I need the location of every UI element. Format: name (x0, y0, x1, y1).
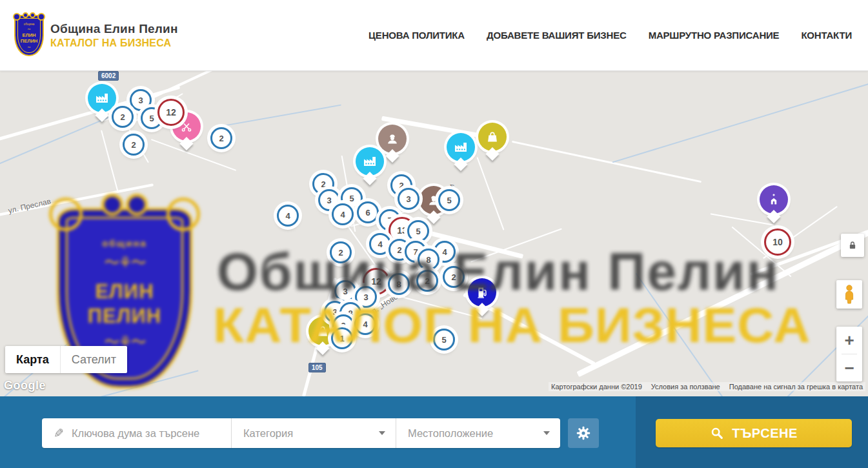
cluster-marker[interactable]: 3 (398, 188, 419, 210)
stream-line (98, 370, 198, 396)
zoom-out-button[interactable]: − (836, 354, 862, 382)
stream-line (214, 105, 341, 128)
location-label: Местоположение (408, 427, 493, 440)
stream-line (612, 83, 868, 163)
map-type-control: Карта Сателит (5, 346, 127, 373)
factory-icon (94, 90, 110, 106)
street-label: ул. Преслав (7, 197, 52, 216)
cluster-marker[interactable]: 2 (416, 270, 438, 292)
cluster-marker[interactable]: 4 (332, 203, 354, 225)
search-bar: ✎ Категория Местоположение (0, 396, 868, 468)
road-line (576, 230, 868, 376)
brand[interactable]: община ∾ ЕЛИН ПЕЛИН ∾ Община Елин Пелин … (14, 15, 178, 56)
cluster-marker[interactable]: 2 (123, 134, 145, 156)
keyword-field[interactable]: ✎ (42, 418, 231, 448)
map-type-map-button[interactable]: Карта (5, 346, 60, 373)
church-pin-marker[interactable] (760, 185, 788, 214)
header: община ∾ ЕЛИН ПЕЛИН ∾ Община Елин Пелин … (0, 0, 868, 71)
pegman-icon (842, 284, 857, 305)
cluster-marker[interactable]: 4 (369, 233, 391, 255)
factory-icon (453, 139, 469, 155)
cluster-marker[interactable]: 5 (407, 220, 429, 242)
category-dropdown[interactable]: Категория (231, 418, 396, 448)
cluster-marker[interactable]: 6 (357, 201, 379, 223)
cluster-marker[interactable]: 8 (418, 249, 439, 270)
cluster-marker[interactable]: 2 (330, 241, 352, 263)
fuel-icon (474, 285, 490, 300)
cluster-marker[interactable]: 4 (354, 313, 376, 335)
cluster-marker[interactable]: 4 (277, 205, 299, 227)
road-number-badge: 6002 (98, 71, 119, 81)
chevron-down-icon (379, 431, 385, 435)
nav-add-your-business[interactable]: ДОБАВЕТЕ ВАШИЯТ БИЗНЕС (487, 30, 627, 41)
brand-text: Община Елин Пелин КАТАЛОГ НА БИЗНЕСА (50, 22, 178, 49)
factory-pin-marker[interactable] (356, 147, 384, 176)
keyword-input[interactable] (72, 427, 222, 440)
nav-contacts[interactable]: КОНТАКТИ (801, 30, 852, 41)
cluster-marker[interactable]: 10 (764, 229, 791, 256)
category-label: Категория (243, 427, 293, 440)
watermark-crest-name: ЕЛИН ПЕЛИН (88, 280, 161, 327)
map[interactable]: ул. Преславбул. „Новоселци6002105 325122… (0, 71, 868, 396)
cluster-marker[interactable]: 1 (331, 327, 353, 349)
cluster-marker[interactable]: 12 (157, 99, 185, 126)
nav-route-schedule[interactable]: МАРШРУТНО РАЗПИСАНИЕ (649, 30, 780, 41)
advanced-settings-button[interactable] (568, 418, 599, 448)
zoom-in-button[interactable]: + (836, 327, 862, 354)
cluster-marker[interactable]: 2 (443, 266, 465, 288)
fuel-pin-marker[interactable] (468, 278, 496, 307)
business-catalog-app: община ∾ ЕЛИН ПЕЛИН ∾ Община Елин Пелин … (0, 0, 868, 468)
church-icon (766, 192, 782, 207)
search-button[interactable]: ТЪРСЕНЕ (656, 419, 852, 447)
road-line (477, 157, 505, 230)
lock-button[interactable] (841, 234, 864, 257)
factory-pin-marker[interactable] (88, 84, 116, 112)
map-attribution: Картографски данни ©2019 Условия за полз… (549, 382, 865, 391)
search-button-label: ТЪРСЕНЕ (732, 426, 798, 441)
worker-icon (385, 131, 400, 147)
search-form: ✎ Категория Местоположение (42, 418, 560, 448)
watermark-crest-top: община (102, 238, 147, 249)
road-line (101, 130, 119, 192)
main-nav: ЦЕНОВА ПОЛИТИКА ДОБАВЕТЕ ВАШИЯТ БИЗНЕС М… (368, 30, 852, 41)
pencil-icon: ✎ (54, 426, 64, 441)
nav-pricing-policy[interactable]: ЦЕНОВА ПОЛИТИКА (368, 30, 465, 41)
map-copyright: Картографски данни ©2019 (551, 383, 642, 391)
worker-pin-marker[interactable] (378, 125, 407, 153)
crest-top-label: община (24, 23, 34, 26)
cluster-marker[interactable]: 2 (112, 106, 134, 128)
terms-link[interactable]: Условия за ползване (651, 383, 720, 391)
lock-icon (847, 239, 858, 251)
cluster-marker[interactable]: 8 (388, 273, 410, 295)
cluster-marker[interactable]: 3 (334, 280, 356, 302)
municipality-crest-logo: община ∾ ЕЛИН ПЕЛИН ∾ (14, 15, 44, 56)
street-view-pegman[interactable] (836, 280, 862, 309)
crest-ornament: ∾ (27, 45, 30, 49)
chevron-down-icon (543, 431, 550, 435)
crest-name: ЕЛИН ПЕЛИН (21, 33, 37, 44)
gear-icon (575, 425, 592, 442)
factory-icon (362, 154, 378, 169)
cluster-marker[interactable]: 5 (438, 189, 460, 211)
report-error-link[interactable]: Подаване на сигнал за грешка в картата (729, 383, 863, 391)
site-subtitle: КАТАЛОГ НА БИЗНЕСА (50, 37, 178, 49)
cluster-marker[interactable]: 2 (210, 127, 232, 149)
shopping-pin-marker[interactable] (478, 123, 507, 151)
road-line (711, 213, 774, 225)
stream-line (636, 273, 733, 396)
factory-pin-marker[interactable] (447, 133, 475, 161)
location-dropdown[interactable]: Местоположение (396, 418, 560, 448)
watermark-crest-ornament: 〜⚘〜 (104, 255, 145, 270)
map-type-satellite-button[interactable]: Сателит (60, 346, 127, 373)
site-title: Община Елин Пелин (50, 22, 178, 36)
road-line (512, 140, 701, 182)
bag-icon (485, 129, 500, 145)
zoom-control: + − (836, 327, 862, 382)
cluster-marker[interactable]: 5 (433, 329, 455, 351)
search-icon (710, 426, 724, 440)
bag-icon (315, 323, 330, 339)
crest-ornament: ∾ (27, 27, 30, 31)
google-logo[interactable]: Google (4, 379, 46, 392)
road-number-badge: 105 (308, 363, 326, 372)
cluster-marker[interactable]: 3 (355, 286, 377, 308)
